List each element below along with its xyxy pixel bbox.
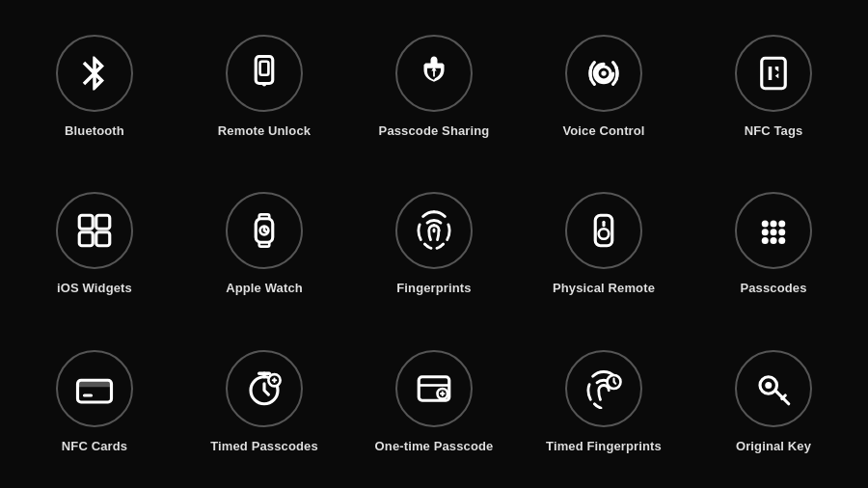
original-key-item[interactable]: Original Key (689, 323, 858, 480)
passcodes-item[interactable]: Passcodes (689, 165, 858, 322)
nfc-tags-label: NFC Tags (745, 123, 803, 138)
passcode-sharing-icon (414, 53, 454, 94)
nfc-cards-label: NFC Cards (62, 439, 127, 453)
nfc-cards-item[interactable]: NFC Cards (10, 323, 179, 480)
svg-point-15 (599, 230, 610, 240)
svg-point-22 (778, 230, 785, 236)
voice-control-label: Voice Control (562, 123, 644, 138)
svg-point-21 (771, 230, 777, 236)
passcodes-icon-circle (735, 192, 812, 269)
nfc-tags-icon-circle (735, 35, 812, 112)
svg-rect-5 (762, 58, 786, 89)
fingerprints-icon-circle (395, 192, 473, 269)
svg-point-38 (765, 382, 772, 389)
svg-rect-27 (78, 380, 112, 387)
nfc-cards-icon-circle (56, 350, 133, 427)
ios-widgets-icon (74, 210, 115, 251)
svg-point-23 (762, 237, 769, 244)
timed-fingerprints-item[interactable]: Timed Fingerprints (519, 323, 689, 480)
ios-widgets-icon-circle (56, 192, 133, 269)
svg-rect-7 (96, 216, 110, 230)
apple-watch-label: Apple Watch (226, 281, 303, 295)
bluetooth-label: Bluetooth (65, 123, 124, 138)
one-time-passcode-label: One-time Passcode (375, 439, 494, 453)
remote-unlock-label: Remote Unlock (218, 123, 311, 138)
svg-line-13 (264, 230, 267, 232)
remote-unlock-item[interactable]: Remote Unlock (179, 8, 349, 165)
svg-point-19 (778, 221, 785, 228)
nfc-tags-icon (753, 53, 794, 94)
original-key-icon (753, 368, 794, 409)
voice-control-item[interactable]: Voice Control (519, 8, 689, 165)
original-key-label: Original Key (736, 439, 811, 453)
bluetooth-icon (74, 53, 115, 94)
passcodes-label: Passcodes (740, 281, 806, 295)
timed-passcodes-icon-circle (226, 350, 303, 427)
nfc-tags-item[interactable]: NFC Tags (689, 8, 858, 165)
svg-point-20 (762, 230, 769, 236)
physical-remote-icon (583, 210, 624, 251)
apple-watch-item[interactable]: Apple Watch (179, 165, 349, 322)
apple-watch-icon-circle (226, 192, 303, 269)
passcode-sharing-icon-circle (395, 35, 473, 112)
svg-rect-1 (260, 62, 269, 75)
ios-widgets-item[interactable]: iOS Widgets (10, 165, 179, 322)
original-key-icon-circle (735, 350, 812, 427)
fingerprints-icon (414, 210, 454, 251)
timed-passcodes-icon (244, 368, 285, 409)
timed-fingerprints-icon (583, 368, 624, 409)
svg-point-17 (762, 221, 769, 228)
one-time-passcode-icon (414, 368, 454, 409)
svg-point-2 (262, 82, 266, 86)
passcode-sharing-item[interactable]: Passcode Sharing (349, 8, 519, 165)
ios-widgets-label: iOS Widgets (57, 281, 132, 295)
physical-remote-label: Physical Remote (553, 281, 655, 295)
physical-remote-item[interactable]: Physical Remote (519, 165, 689, 322)
fingerprints-item[interactable]: Fingerprints (349, 165, 519, 322)
timed-passcodes-label: Timed Passcodes (210, 439, 318, 453)
voice-control-icon (583, 53, 624, 94)
timed-fingerprints-label: Timed Fingerprints (546, 439, 662, 453)
svg-point-24 (771, 237, 777, 244)
remote-unlock-icon (244, 53, 285, 94)
remote-unlock-icon-circle (226, 35, 303, 112)
passcode-sharing-label: Passcode Sharing (379, 123, 490, 138)
svg-point-25 (778, 237, 785, 244)
bluetooth-icon-circle (56, 35, 133, 112)
svg-rect-8 (79, 232, 93, 246)
svg-rect-6 (79, 216, 93, 230)
features-grid: Bluetooth Remote Unlock Passcode Sharing (10, 8, 858, 480)
apple-watch-icon (244, 210, 285, 251)
one-time-passcode-item[interactable]: One-time Passcode (349, 323, 519, 480)
svg-point-4 (601, 71, 606, 76)
svg-rect-9 (96, 232, 110, 246)
nfc-cards-icon (74, 368, 115, 409)
bluetooth-item[interactable]: Bluetooth (10, 8, 179, 165)
timed-fingerprints-icon-circle (565, 350, 642, 427)
physical-remote-icon-circle (565, 192, 642, 269)
one-time-passcode-icon-circle (395, 350, 473, 427)
svg-rect-14 (595, 216, 612, 247)
timed-passcodes-item[interactable]: Timed Passcodes (179, 323, 349, 480)
voice-control-icon-circle (565, 35, 642, 112)
svg-point-18 (771, 221, 777, 228)
passcodes-icon (753, 210, 794, 251)
fingerprints-label: Fingerprints (396, 281, 471, 295)
